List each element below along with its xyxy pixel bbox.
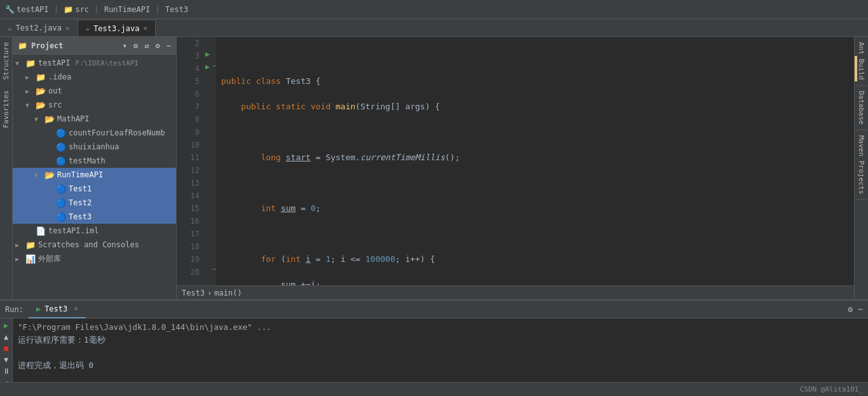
fold-class[interactable]: − (212, 266, 216, 273)
console-body: ▶ ▲ ■ ▼ ⏸ ↩ "F:\Program Files\Java\jdk1.… (0, 318, 868, 382)
scratches-folder-icon: 📁 (25, 240, 36, 250)
tab-test2[interactable]: ☕ Test2.java ✕ (0, 20, 78, 36)
folder-icon: 📁 (64, 5, 73, 14)
app-icon: 🔧 (5, 5, 15, 14)
scroll-down-btn[interactable]: ▼ (1, 355, 11, 364)
tree-testmath[interactable]: ▶ 🔵 testMath (13, 154, 176, 168)
tree-out[interactable]: ▶ 📂 out (13, 84, 176, 98)
status-bar: CSDN @Alita101_ (0, 382, 868, 396)
minimize-icon[interactable]: − (166, 41, 171, 50)
runtimeapi-folder-icon: 📂 (44, 170, 55, 180)
breadcrumb-bar: Test3 › main() (177, 285, 854, 299)
close-tab-test2[interactable]: ✕ (65, 24, 70, 32)
out-folder-icon: 📂 (36, 86, 46, 96)
close-console-tab[interactable]: ✕ (74, 304, 78, 313)
run-again-btn[interactable]: ▶ (1, 321, 11, 330)
stop-btn[interactable]: ■ (1, 344, 11, 353)
tab-bar: ☕ Test2.java ✕ ☕ Test3.java ✕ (0, 19, 868, 37)
favorites-panel-label[interactable]: Favorites (0, 85, 12, 133)
tree-mathapi[interactable]: ▼ 📂 MathAPI (13, 112, 176, 126)
code-editor: 2 3 4 5 6 7 8 9 10 11 12 13 14 15 16 17 … (177, 37, 854, 299)
tree-iml[interactable]: ▶ 📄 testAPI.iml (13, 224, 176, 238)
settings-icon[interactable]: ⚙ (133, 41, 138, 50)
breadcrumb-sep: › (207, 289, 212, 297)
pause-btn[interactable]: ⏸ (1, 367, 11, 376)
scroll-up-btn[interactable]: ▲ (1, 332, 11, 341)
sync-icon[interactable]: ⇄ (144, 41, 149, 50)
structure-panel-label[interactable]: Structure (0, 37, 12, 85)
console-line-4: 进程完成，退出码 0 (18, 359, 863, 372)
tab-test3[interactable]: ☕ Test3.java ✕ (78, 20, 156, 36)
tree-runtimeapi[interactable]: ▼ 📂 RunTimeAPI (13, 168, 176, 182)
console-output: "F:\Program Files\Java\jdk1.8.0_144\bin\… (13, 318, 868, 382)
run-main-btn[interactable]: ▶ (205, 62, 210, 71)
settings-console-btn[interactable]: ⚙ (848, 304, 853, 314)
console-action-strip: ▶ ▲ ■ ▼ ⏸ ↩ (0, 318, 13, 382)
tree-test2-node[interactable]: ▶ 🔵 Test2 (13, 196, 176, 210)
tree-count[interactable]: ▶ 🔵 countFourLeafRoseNumb (13, 126, 176, 140)
accent-bar (855, 56, 857, 81)
status-text: CSDN @Alita101_ (800, 385, 863, 393)
idea-folder-icon: 📁 (36, 72, 46, 82)
app-name[interactable]: 🔧 testAPI (5, 5, 49, 14)
breadcrumb-test3[interactable]: Test3 (165, 5, 188, 14)
left-strip: Structure Favorites (0, 37, 13, 299)
run-gutter: ▶ ▶ − − (203, 37, 216, 285)
console-line-2: 运行该程序需要：1毫秒 (18, 334, 863, 346)
console-toolbar: ⚙ − (848, 304, 863, 314)
project-header: 📁 Project ▾ ⚙ ⇄ ⚙ − (13, 37, 176, 55)
main-layout: Structure Favorites 📁 Project ▾ ⚙ ⇄ ⚙ − … (0, 37, 868, 299)
bottom-tab-test3[interactable]: ▶ Test3 ✕ (29, 301, 86, 318)
breadcrumb-runtime[interactable]: RunTimeAPI (104, 5, 150, 14)
tree-root[interactable]: ▼ 📁 testAPI F:\IDEA\testAPI (13, 56, 176, 70)
tree-idea[interactable]: ▶ 📁 .idea (13, 70, 176, 84)
bottom-panel: Run: ▶ Test3 ✕ ⚙ − ▶ ▲ ■ ▼ ⏸ ↩ "F:\Progr… (0, 299, 868, 382)
tree-shuixianhua[interactable]: ▶ 🔵 shuixianhua (13, 140, 176, 154)
mathapi-folder-icon: 📂 (44, 114, 55, 124)
run-label: Run: (0, 305, 29, 314)
run-icon-small: ▶ (36, 304, 41, 313)
tree-external-libs[interactable]: ▶ 📊 外部库 (13, 252, 176, 266)
run-class-btn[interactable]: ▶ (205, 50, 210, 58)
line-numbers: 2 3 4 5 6 7 8 9 10 11 12 13 14 15 16 17 … (177, 37, 203, 285)
breadcrumb-test3: Test3 (182, 289, 205, 297)
java-class-icon2: 🔵 (56, 142, 66, 152)
gear-icon[interactable]: ⚙ (156, 41, 160, 50)
java-class-icon6: 🔵 (56, 212, 66, 222)
xml-icon: 📄 (36, 226, 46, 236)
tree-test3-node[interactable]: ▶ 🔵 Test3 (13, 210, 176, 224)
java-class-icon3: 🔵 (56, 156, 66, 166)
java-icon-active: ☕ (86, 24, 90, 32)
java-class-icon4: 🔵 (56, 184, 66, 194)
code-area[interactable]: 2 3 4 5 6 7 8 9 10 11 12 13 14 15 16 17 … (177, 37, 854, 285)
console-line-3 (18, 346, 863, 359)
project-tree: ▼ 📁 testAPI F:\IDEA\testAPI ▶ 📁 .idea ▶ … (13, 55, 176, 299)
tree-scratches[interactable]: ▶ 📁 Scratches and Consoles (13, 238, 176, 252)
console-line-1: "F:\Program Files\Java\jdk1.8.0_144\bin\… (18, 321, 863, 334)
java-class-icon5: 🔵 (56, 198, 66, 208)
root-folder-icon: 📁 (25, 58, 36, 68)
java-icon: ☕ (8, 24, 12, 32)
database-panel[interactable]: Database (855, 86, 867, 130)
bottom-tab-bar: Run: ▶ Test3 ✕ ⚙ − (0, 301, 868, 318)
close-tab-test3[interactable]: ✕ (143, 24, 147, 32)
breadcrumb-src[interactable]: 📁 src (64, 5, 89, 14)
src-folder-icon: 📂 (36, 100, 46, 110)
java-class-icon: 🔵 (56, 128, 66, 138)
fold-main[interactable]: − (212, 62, 216, 69)
breadcrumb-main: main() (214, 289, 241, 297)
tree-src[interactable]: ▼ 📂 src (13, 98, 176, 112)
minimize-console-btn[interactable]: − (858, 304, 863, 314)
tree-test1[interactable]: ▶ 🔵 Test1 (13, 182, 176, 196)
right-strip: Ant Build Database Maven Projects (854, 37, 868, 299)
lib-icon: 📊 (25, 254, 36, 264)
project-panel: 📁 Project ▾ ⚙ ⇄ ⚙ − ▼ 📁 testAPI F:\IDEA\… (13, 37, 177, 299)
code-content[interactable]: public class Test3 { public static void … (216, 37, 854, 285)
top-bar: 🔧 testAPI | 📁 src | RunTimeAPI | Test3 (0, 0, 868, 19)
maven-projects-panel[interactable]: Maven Projects (855, 130, 867, 200)
project-folder-icon: 📁 (18, 41, 27, 50)
